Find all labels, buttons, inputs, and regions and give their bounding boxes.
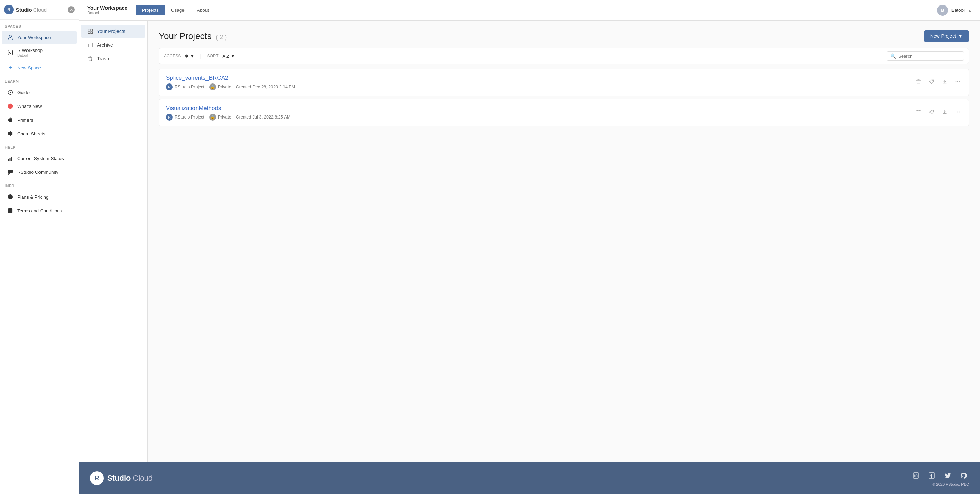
left-nav: Your Projects Archive Trash [79, 21, 148, 462]
header-right: B Batool ▲ [937, 5, 972, 16]
guide-label: Guide [17, 90, 30, 95]
rstudio-community-label: RStudio Community [17, 170, 59, 175]
search-box: 🔍 [886, 51, 964, 61]
project-link-visualization[interactable]: VisualizationMethods [166, 105, 221, 111]
footer-logo: R Studio Cloud [90, 471, 153, 485]
project-main-splice: Splice_varients_BRCA2 R RStudio Project … [166, 75, 295, 91]
github-icon[interactable] [958, 470, 969, 481]
new-space-button[interactable]: + New Space [2, 61, 76, 74]
chevron-down-icon[interactable]: ▲ [968, 8, 972, 13]
project-item-visualization: VisualizationMethods R RStudio Project 🔒… [159, 99, 969, 126]
project-type-label-splice: RStudio Project [175, 84, 204, 89]
svg-rect-25 [91, 32, 93, 34]
hexagon-icon [7, 130, 14, 137]
footer-right-section: © 2020 RStudio, PBC [911, 470, 969, 486]
sidebar-item-terms-conditions[interactable]: Terms and Conditions [2, 204, 76, 217]
project-actions-splice [914, 78, 962, 87]
twitter-icon[interactable] [942, 470, 953, 481]
sort-filter-select[interactable]: A Z ▼ [223, 54, 235, 59]
sidebar-item-guide[interactable]: Guide [2, 86, 76, 99]
sidebar-item-r-workshop[interactable]: R Workshop Batool [2, 44, 76, 60]
project-privacy-label-visualization: Private [218, 115, 231, 119]
download-button-splice[interactable] [940, 78, 949, 87]
search-input[interactable] [898, 54, 960, 59]
trash-icon [87, 56, 94, 62]
delete-button-visualization[interactable] [914, 108, 923, 118]
footer-logo-circle: R [90, 471, 104, 485]
plus-icon: + [7, 64, 14, 71]
nav-archive[interactable]: Archive [81, 38, 145, 52]
delete-button-splice[interactable] [914, 78, 923, 87]
projects-title-group: Your Projects ( 2 ) [159, 31, 227, 41]
sidebar-item-system-status[interactable]: Current System Status [2, 152, 76, 165]
facebook-icon[interactable] [926, 470, 937, 481]
archive-icon [87, 42, 94, 48]
header-tabs: Projects Usage About [136, 5, 215, 16]
svg-point-41 [914, 474, 915, 475]
sidebar-item-primers[interactable]: Primers [2, 113, 76, 126]
linkedin-icon[interactable] [911, 470, 921, 481]
project-privacy-visualization: 🔒 Private [209, 114, 231, 121]
workspace-subtitle: Batool [87, 11, 127, 16]
system-status-label: Current System Status [17, 156, 64, 161]
access-filter-select[interactable]: ✱ ▼ [185, 54, 194, 59]
your-workspace-label: Your Workspace [17, 35, 51, 40]
tag-button-splice[interactable] [928, 78, 935, 87]
more-button-splice[interactable] [953, 78, 962, 87]
document-icon [7, 207, 14, 214]
project-created-text-visualization: Created Jul 3, 2022 8:25 AM [236, 115, 290, 119]
main-content: Your Workspace Batool Projects Usage Abo… [79, 0, 980, 494]
new-project-label: New Project [930, 33, 956, 39]
svg-text:$: $ [10, 195, 11, 199]
user-name: Batool [951, 8, 964, 13]
nav-trash[interactable]: Trash [81, 52, 145, 65]
archive-nav-label: Archive [97, 42, 113, 48]
footer-social-icons [911, 470, 969, 481]
sidebar-item-cheat-sheets[interactable]: Cheat Sheets [2, 127, 76, 140]
whats-new-label: What's New [17, 104, 42, 109]
more-button-visualization[interactable] [953, 108, 962, 118]
cheat-sheets-label: Cheat Sheets [17, 131, 45, 137]
sidebar-item-whats-new[interactable]: What's New [2, 100, 76, 113]
svg-rect-1 [8, 51, 13, 55]
sidebar-item-your-workspace[interactable]: Your Workspace [2, 31, 76, 44]
r-workshop-label: R Workshop [17, 48, 43, 53]
nav-your-projects[interactable]: Your Projects [81, 25, 145, 38]
projects-count: ( 2 ) [216, 34, 227, 41]
svg-rect-24 [88, 32, 91, 34]
project-type-visualization: R RStudio Project [166, 114, 204, 121]
project-meta-visualization: R RStudio Project 🔒 Private Created Jul … [166, 114, 290, 121]
footer-studio-text: Studio [107, 474, 130, 482]
sort-filter-label: SORT [207, 54, 218, 59]
svg-point-30 [932, 80, 933, 81]
user-icon [7, 34, 14, 41]
svg-rect-12 [8, 159, 9, 161]
tab-projects[interactable]: Projects [136, 5, 165, 16]
download-button-visualization[interactable] [940, 108, 949, 118]
svg-point-32 [957, 81, 958, 82]
tab-about[interactable]: About [191, 5, 215, 16]
sidebar-item-rstudio-community[interactable]: RStudio Community [2, 165, 76, 179]
svg-point-9 [10, 107, 11, 108]
svg-point-38 [959, 111, 960, 112]
help-section-label: Help [0, 140, 79, 151]
sidebar-header: R Studio Cloud ✕ [0, 0, 79, 19]
tag-button-visualization[interactable] [928, 108, 935, 118]
projects-panel: Your Projects ( 2 ) New Project ▼ ACCESS… [148, 21, 980, 462]
svg-rect-14 [11, 157, 12, 161]
svg-marker-11 [9, 132, 13, 136]
footer: R Studio Cloud [79, 462, 980, 494]
sidebar-logo: R Studio Cloud [4, 5, 47, 14]
project-link-splice[interactable]: Splice_varients_BRCA2 [166, 75, 228, 81]
sidebar-item-plans-pricing[interactable]: $ Plans & Pricing [2, 190, 76, 203]
info-section-label: Info [0, 179, 79, 190]
content-area: Your Projects Archive Trash Your Project… [79, 21, 980, 462]
close-sidebar-button[interactable]: ✕ [68, 6, 75, 13]
svg-point-0 [9, 35, 12, 38]
tab-usage[interactable]: Usage [165, 5, 191, 16]
svg-point-36 [956, 111, 957, 112]
lock-icon-splice: 🔒 [209, 84, 216, 91]
new-project-button[interactable]: New Project ▼ [924, 30, 969, 42]
learn-section-label: Learn [0, 75, 79, 86]
svg-point-35 [932, 111, 933, 111]
